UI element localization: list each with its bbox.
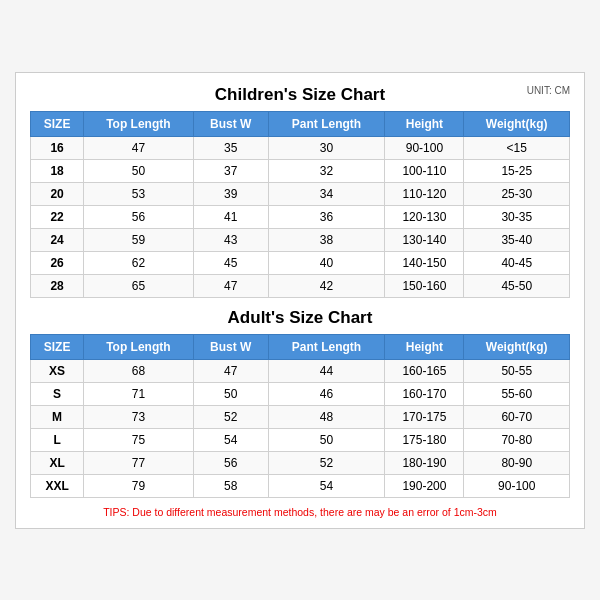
- table-cell: 45-50: [464, 274, 570, 297]
- table-row: 18503732100-11015-25: [31, 159, 570, 182]
- table-cell: 48: [268, 405, 385, 428]
- table-cell: M: [31, 405, 84, 428]
- adult-col-header-pant-length: Pant Length: [268, 334, 385, 359]
- table-cell: 40: [268, 251, 385, 274]
- table-row: 28654742150-16045-50: [31, 274, 570, 297]
- children-title-row: Children's Size Chart UNIT: CM: [30, 85, 570, 105]
- table-cell: 25-30: [464, 182, 570, 205]
- table-row: M735248170-17560-70: [31, 405, 570, 428]
- table-cell: 75: [84, 428, 193, 451]
- col-header-bust-w: Bust W: [193, 111, 268, 136]
- table-cell: 47: [84, 136, 193, 159]
- children-table-body: 1647353090-100<1518503732100-11015-25205…: [31, 136, 570, 297]
- table-cell: 160-165: [385, 359, 464, 382]
- table-cell: 36: [268, 205, 385, 228]
- col-header-size: SIZE: [31, 111, 84, 136]
- table-cell: 180-190: [385, 451, 464, 474]
- table-cell: 18: [31, 159, 84, 182]
- table-row: 22564136120-13030-35: [31, 205, 570, 228]
- table-cell: 90-100: [464, 474, 570, 497]
- table-cell: 30-35: [464, 205, 570, 228]
- table-cell: XS: [31, 359, 84, 382]
- table-row: L755450175-18070-80: [31, 428, 570, 451]
- table-cell: 47: [193, 274, 268, 297]
- table-cell: 35-40: [464, 228, 570, 251]
- table-cell: 120-130: [385, 205, 464, 228]
- adult-header-row: SIZE Top Length Bust W Pant Length Heigh…: [31, 334, 570, 359]
- table-cell: 73: [84, 405, 193, 428]
- table-cell: 28: [31, 274, 84, 297]
- table-cell: 68: [84, 359, 193, 382]
- table-cell: 70-80: [464, 428, 570, 451]
- table-cell: 60-70: [464, 405, 570, 428]
- table-cell: 50-55: [464, 359, 570, 382]
- table-cell: 55-60: [464, 382, 570, 405]
- table-cell: 24: [31, 228, 84, 251]
- table-cell: 52: [193, 405, 268, 428]
- children-header-row: SIZE Top Length Bust W Pant Length Heigh…: [31, 111, 570, 136]
- table-cell: 50: [268, 428, 385, 451]
- table-row: 20533934110-12025-30: [31, 182, 570, 205]
- table-cell: 56: [84, 205, 193, 228]
- adult-col-header-top-length: Top Length: [84, 334, 193, 359]
- table-cell: 77: [84, 451, 193, 474]
- col-header-pant-length: Pant Length: [268, 111, 385, 136]
- table-cell: 90-100: [385, 136, 464, 159]
- table-cell: 40-45: [464, 251, 570, 274]
- adult-size-table: SIZE Top Length Bust W Pant Length Heigh…: [30, 334, 570, 498]
- table-cell: 62: [84, 251, 193, 274]
- table-cell: 50: [84, 159, 193, 182]
- adult-table-body: XS684744160-16550-55S715046160-17055-60M…: [31, 359, 570, 497]
- table-cell: 37: [193, 159, 268, 182]
- table-cell: 170-175: [385, 405, 464, 428]
- adult-title: Adult's Size Chart: [228, 308, 373, 328]
- table-cell: 46: [268, 382, 385, 405]
- table-cell: 30: [268, 136, 385, 159]
- table-cell: 22: [31, 205, 84, 228]
- table-cell: 54: [268, 474, 385, 497]
- table-cell: 26: [31, 251, 84, 274]
- table-cell: 39: [193, 182, 268, 205]
- table-cell: 16: [31, 136, 84, 159]
- table-cell: XL: [31, 451, 84, 474]
- adult-col-header-height: Height: [385, 334, 464, 359]
- table-cell: 52: [268, 451, 385, 474]
- table-cell: 175-180: [385, 428, 464, 451]
- tips-text: TIPS: Due to different measurement metho…: [30, 506, 570, 518]
- table-cell: 50: [193, 382, 268, 405]
- table-cell: 71: [84, 382, 193, 405]
- table-cell: 42: [268, 274, 385, 297]
- table-cell: <15: [464, 136, 570, 159]
- table-cell: 110-120: [385, 182, 464, 205]
- table-cell: 44: [268, 359, 385, 382]
- table-row: XXL795854190-20090-100: [31, 474, 570, 497]
- table-cell: 41: [193, 205, 268, 228]
- table-cell: 47: [193, 359, 268, 382]
- table-row: 1647353090-100<15: [31, 136, 570, 159]
- table-cell: 38: [268, 228, 385, 251]
- table-cell: 45: [193, 251, 268, 274]
- table-cell: 54: [193, 428, 268, 451]
- table-cell: 59: [84, 228, 193, 251]
- col-header-height: Height: [385, 111, 464, 136]
- table-cell: 190-200: [385, 474, 464, 497]
- table-cell: XXL: [31, 474, 84, 497]
- table-cell: 80-90: [464, 451, 570, 474]
- table-row: 26624540140-15040-45: [31, 251, 570, 274]
- table-cell: 20: [31, 182, 84, 205]
- table-cell: 15-25: [464, 159, 570, 182]
- adult-title-row: Adult's Size Chart: [30, 308, 570, 328]
- table-cell: 32: [268, 159, 385, 182]
- table-cell: 56: [193, 451, 268, 474]
- table-cell: 150-160: [385, 274, 464, 297]
- table-row: XS684744160-16550-55: [31, 359, 570, 382]
- table-row: XL775652180-19080-90: [31, 451, 570, 474]
- table-cell: 160-170: [385, 382, 464, 405]
- table-cell: 35: [193, 136, 268, 159]
- children-title: Children's Size Chart: [215, 85, 385, 105]
- table-cell: 43: [193, 228, 268, 251]
- table-cell: 58: [193, 474, 268, 497]
- size-chart-container: Children's Size Chart UNIT: CM SIZE Top …: [15, 72, 585, 529]
- table-cell: 53: [84, 182, 193, 205]
- table-cell: 65: [84, 274, 193, 297]
